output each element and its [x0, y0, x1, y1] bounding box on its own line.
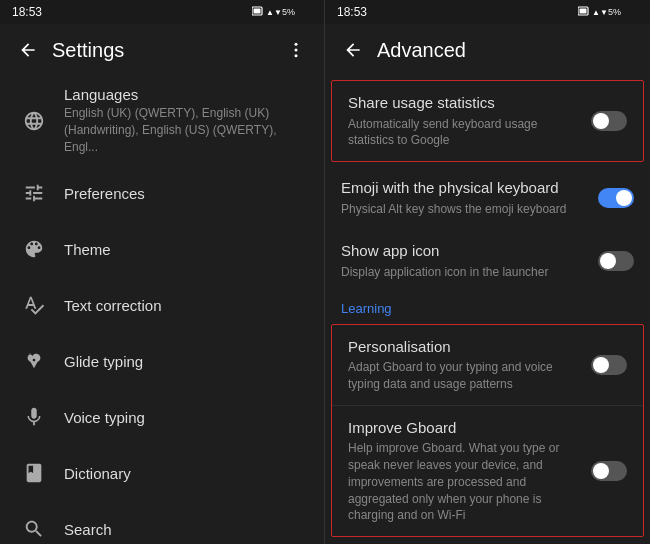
- dictionary-text: Dictionary: [64, 465, 308, 482]
- text-correction-icon: [16, 287, 52, 323]
- right-panel: 18:53 ▲ ▼ 5% Advanced Share usage statis…: [325, 0, 650, 544]
- svg-text:5%: 5%: [282, 7, 295, 17]
- languages-text: Languages English (UK) (QWERTY), English…: [64, 86, 308, 155]
- share-usage-highlighted: Share usage statistics Automatically sen…: [331, 80, 644, 162]
- svg-point-6: [295, 49, 298, 52]
- advanced-list: Share usage statistics Automatically sen…: [325, 76, 650, 544]
- show-app-icon-text: Show app icon Display application icon i…: [341, 241, 598, 280]
- svg-text:▲: ▲: [592, 8, 600, 17]
- svg-rect-12: [580, 9, 587, 14]
- left-panel: 18:53 ▲ ▼ 5% Settings Langu: [0, 0, 325, 544]
- glide-typing-icon: [16, 343, 52, 379]
- voice-typing-icon: [16, 399, 52, 435]
- sidebar-item-glide-typing[interactable]: Glide typing: [0, 333, 324, 389]
- svg-text:▼: ▼: [274, 8, 282, 17]
- status-time-right: 18:53: [337, 5, 367, 19]
- share-usage-title: Share usage statistics: [348, 93, 583, 113]
- preferences-title: Preferences: [64, 185, 308, 202]
- personalisation-title: Personalisation: [348, 337, 583, 357]
- voice-typing-title: Voice typing: [64, 409, 308, 426]
- languages-icon: [16, 103, 52, 139]
- left-header-title: Settings: [52, 39, 280, 62]
- show-app-icon-subtitle: Display application icon in the launcher: [341, 264, 590, 281]
- theme-text: Theme: [64, 241, 308, 258]
- sidebar-item-languages[interactable]: Languages English (UK) (QWERTY), English…: [0, 76, 324, 165]
- text-correction-title: Text correction: [64, 297, 308, 314]
- back-button-right[interactable]: [337, 34, 369, 66]
- status-icons-right: ▲ ▼ 5%: [578, 4, 638, 20]
- show-app-icon-toggle[interactable]: [598, 251, 634, 271]
- emoji-toggle[interactable]: [598, 188, 634, 208]
- search-text: Search: [64, 521, 308, 538]
- right-header: Advanced: [325, 24, 650, 76]
- search-icon: [16, 511, 52, 544]
- adv-item-emoji[interactable]: Emoji with the physical keyboard Physica…: [325, 166, 650, 229]
- theme-icon: [16, 231, 52, 267]
- svg-text:5%: 5%: [608, 7, 621, 17]
- learning-section-label: Learning: [325, 293, 650, 320]
- left-header: Settings: [0, 24, 324, 76]
- svg-point-5: [295, 43, 298, 46]
- svg-text:▲: ▲: [266, 8, 274, 17]
- improve-gboard-text: Improve Gboard Help improve Gboard. What…: [348, 418, 591, 524]
- sidebar-item-voice-typing[interactable]: Voice typing: [0, 389, 324, 445]
- share-usage-subtitle: Automatically send keyboard usage statis…: [348, 116, 583, 150]
- search-title: Search: [64, 521, 308, 538]
- emoji-subtitle: Physical Alt key shows the emoji keyboar…: [341, 201, 590, 218]
- glide-typing-title: Glide typing: [64, 353, 308, 370]
- adv-item-share-usage[interactable]: Share usage statistics Automatically sen…: [332, 81, 643, 161]
- sidebar-item-text-correction[interactable]: Text correction: [0, 277, 324, 333]
- settings-list: Languages English (UK) (QWERTY), English…: [0, 76, 324, 544]
- languages-title: Languages: [64, 86, 308, 103]
- languages-subtitle: English (UK) (QWERTY), English (UK) (Han…: [64, 105, 308, 155]
- text-correction-text: Text correction: [64, 297, 308, 314]
- improve-gboard-title: Improve Gboard: [348, 418, 583, 438]
- sidebar-item-dictionary[interactable]: Dictionary: [0, 445, 324, 501]
- share-usage-toggle[interactable]: [591, 111, 627, 131]
- theme-title: Theme: [64, 241, 308, 258]
- sidebar-item-search[interactable]: Search: [0, 501, 324, 544]
- preferences-icon: [16, 175, 52, 211]
- dictionary-icon: [16, 455, 52, 491]
- svg-rect-1: [254, 9, 261, 14]
- adv-item-show-app-icon[interactable]: Show app icon Display application icon i…: [325, 229, 650, 292]
- voice-typing-text: Voice typing: [64, 409, 308, 426]
- personalisation-text: Personalisation Adapt Gboard to your typ…: [348, 337, 591, 393]
- improve-gboard-subtitle: Help improve Gboard. What you type or sp…: [348, 440, 583, 524]
- status-time-left: 18:53: [12, 5, 42, 19]
- status-bar-right: 18:53 ▲ ▼ 5%: [325, 0, 650, 24]
- glide-typing-text: Glide typing: [64, 353, 308, 370]
- emoji-text: Emoji with the physical keyboard Physica…: [341, 178, 598, 217]
- right-header-title: Advanced: [377, 39, 638, 62]
- more-options-button[interactable]: [280, 34, 312, 66]
- adv-item-improve-gboard[interactable]: Improve Gboard Help improve Gboard. What…: [332, 406, 643, 536]
- back-button-left[interactable]: [12, 34, 44, 66]
- learning-highlighted: Personalisation Adapt Gboard to your typ…: [331, 324, 644, 538]
- status-bar-left: 18:53 ▲ ▼ 5%: [0, 0, 324, 24]
- dictionary-title: Dictionary: [64, 465, 308, 482]
- sidebar-item-preferences[interactable]: Preferences: [0, 165, 324, 221]
- show-app-icon-title: Show app icon: [341, 241, 590, 261]
- share-usage-text: Share usage statistics Automatically sen…: [348, 93, 591, 149]
- svg-point-7: [295, 54, 298, 57]
- svg-text:▼: ▼: [600, 8, 608, 17]
- preferences-text: Preferences: [64, 185, 308, 202]
- improve-gboard-toggle[interactable]: [591, 461, 627, 481]
- sidebar-item-theme[interactable]: Theme: [0, 221, 324, 277]
- adv-item-personalisation[interactable]: Personalisation Adapt Gboard to your typ…: [332, 325, 643, 405]
- emoji-title: Emoji with the physical keyboard: [341, 178, 590, 198]
- personalisation-toggle[interactable]: [591, 355, 627, 375]
- status-icons-left: ▲ ▼ 5%: [252, 4, 312, 20]
- personalisation-subtitle: Adapt Gboard to your typing and voice ty…: [348, 359, 583, 393]
